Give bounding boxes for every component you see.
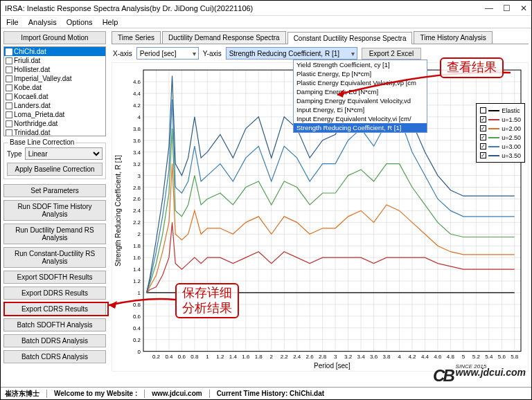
svg-text:Period [sec]: Period [sec] xyxy=(314,362,351,370)
baseline-type-select[interactable]: Linear xyxy=(25,147,103,160)
export-cdrs-results-button[interactable]: Export CDRS Results xyxy=(3,302,106,316)
run-constant-ductility-rs-analysis-button[interactable]: Run Constant-Ductility RS Analysis xyxy=(3,247,106,268)
tab-constant-ductility-response-spectra[interactable]: Constant Ductility Response Spectra xyxy=(287,32,413,44)
legend-item[interactable]: Elastic xyxy=(480,106,521,115)
checkbox-icon[interactable] xyxy=(6,129,12,136)
svg-text:4.6: 4.6 xyxy=(434,354,442,360)
export-ddrs-results-button[interactable]: Export DDRS Results xyxy=(3,287,106,300)
svg-text:5.6: 5.6 xyxy=(498,354,506,360)
svg-text:4.4: 4.4 xyxy=(421,354,429,360)
svg-text:3.8: 3.8 xyxy=(133,126,141,132)
checkbox-icon[interactable] xyxy=(480,107,486,113)
batch-sdofth-analysis-button[interactable]: Batch SDOFTH Analysis xyxy=(3,318,106,331)
x-axis-label: X-axis xyxy=(113,50,132,57)
svg-text:3.2: 3.2 xyxy=(133,161,141,167)
dropdown-option[interactable]: Input Energy Equivalent Velocity,vi [cm/ xyxy=(294,114,427,123)
checkbox-icon[interactable] xyxy=(6,66,12,73)
svg-text:2.4: 2.4 xyxy=(293,354,301,360)
svg-text:4.4: 4.4 xyxy=(133,91,141,97)
svg-text:0.2: 0.2 xyxy=(133,337,141,343)
checkbox-icon[interactable]: ✓ xyxy=(480,125,486,131)
site-logo: CB SINCE 2015www.jdcui.com xyxy=(433,363,526,385)
apply-baseline-button[interactable]: Apply Baseline Correction xyxy=(7,163,103,176)
dropdown-option[interactable]: Input Energy, Ei [N*cm] xyxy=(294,105,427,114)
footer-site-link[interactable]: www.jdcui.com xyxy=(152,390,202,397)
checkbox-icon[interactable] xyxy=(6,75,12,82)
file-item[interactable]: Northridge.dat xyxy=(4,119,105,128)
window-title: IRSA: Inelastic Response Spectra Analysi… xyxy=(5,4,485,12)
svg-text:Strength Reducing Coefficient,: Strength Reducing Coefficient, R [1] xyxy=(114,155,122,266)
svg-text:3.4: 3.4 xyxy=(133,149,141,156)
svg-text:1.2: 1.2 xyxy=(216,354,224,360)
file-item[interactable]: Friuli.dat xyxy=(4,56,105,65)
batch-cdrs-analysis-button[interactable]: Batch CDRS Analysis xyxy=(3,350,106,363)
file-item[interactable]: Kocaeli.dat xyxy=(4,92,105,101)
checkbox-icon[interactable] xyxy=(6,93,12,100)
legend-item[interactable]: ✓u=2.00 xyxy=(480,124,521,133)
svg-text:1.4: 1.4 xyxy=(133,266,141,273)
file-item[interactable]: Hollister.dat xyxy=(4,65,105,74)
file-item[interactable]: Landers.dat xyxy=(4,101,105,110)
checkbox-icon[interactable]: ✓ xyxy=(480,116,486,122)
menu-file[interactable]: File xyxy=(6,18,19,26)
maximize-button[interactable]: ☐ xyxy=(503,3,511,13)
svg-text:2: 2 xyxy=(138,231,141,237)
checkbox-icon[interactable] xyxy=(6,84,12,91)
export-excel-button[interactable]: Export 2 Excel xyxy=(362,48,421,60)
checkbox-icon[interactable] xyxy=(6,57,12,64)
svg-text:0: 0 xyxy=(138,349,141,355)
svg-text:4.8: 4.8 xyxy=(447,354,455,360)
x-axis-select[interactable]: Period [sec] xyxy=(136,47,199,60)
callout-save-results: 保存详细分析结果 xyxy=(175,283,239,318)
y-axis-select[interactable]: Strength Reducing Coefficient, R [1] xyxy=(226,47,357,60)
menu-help[interactable]: Help xyxy=(103,18,118,26)
dropdown-option[interactable]: Strength Reducing Coefficient, R [1] xyxy=(294,123,427,132)
svg-text:0.6: 0.6 xyxy=(133,313,141,320)
batch-ddrs-analysis-button[interactable]: Batch DDRS Analysis xyxy=(3,334,106,347)
svg-text:0.4: 0.4 xyxy=(165,354,173,360)
svg-text:5.8: 5.8 xyxy=(511,354,519,360)
svg-text:2.8: 2.8 xyxy=(133,185,141,191)
legend-item[interactable]: ✓u=1.50 xyxy=(480,115,521,124)
svg-text:0.6: 0.6 xyxy=(178,354,186,360)
checkbox-icon[interactable] xyxy=(6,111,12,118)
minimize-button[interactable]: — xyxy=(485,3,493,13)
file-item[interactable]: Imperial_Valley.dat xyxy=(4,74,105,83)
svg-text:3.4: 3.4 xyxy=(357,354,366,360)
svg-text:1.2: 1.2 xyxy=(133,278,141,284)
set-parameters-button[interactable]: Set Parameters xyxy=(3,184,106,197)
svg-text:5: 5 xyxy=(462,354,466,360)
svg-text:2.6: 2.6 xyxy=(133,196,141,202)
checkbox-icon[interactable]: ✓ xyxy=(480,134,486,140)
import-ground-motion-button[interactable]: Import Ground Motion xyxy=(3,31,106,44)
checkbox-icon[interactable]: ✓ xyxy=(480,152,486,158)
tab-strip: Time SeriesDuctility Demand Response Spe… xyxy=(112,31,529,44)
baseline-type-label: Type xyxy=(7,150,22,158)
svg-text:4: 4 xyxy=(138,114,141,120)
tab-time-series[interactable]: Time Series xyxy=(112,31,161,44)
svg-text:2.2: 2.2 xyxy=(133,219,141,226)
file-item[interactable]: Loma_Prieta.dat xyxy=(4,110,105,119)
menu-analysis[interactable]: Analysis xyxy=(28,18,57,26)
menu-options[interactable]: Options xyxy=(66,18,93,26)
legend-item[interactable]: ✓u=3.50 xyxy=(480,151,521,160)
checkbox-icon[interactable] xyxy=(6,102,12,109)
checkbox-icon[interactable] xyxy=(6,120,12,127)
ground-motion-list[interactable]: ChiChi.datFriuli.datHollister.datImperia… xyxy=(3,46,106,136)
tab-ductility-demand-response-spectra[interactable]: Ductility Demand Response Spectra xyxy=(162,31,286,44)
tab-time-history-analysis[interactable]: Time History Analysis xyxy=(414,31,492,44)
file-item[interactable]: Kobe.dat xyxy=(4,83,105,92)
export-sdofth-results-button[interactable]: Export SDOFTH Results xyxy=(3,271,106,284)
close-button[interactable]: ✕ xyxy=(520,3,527,13)
file-item[interactable]: Trinidad.dat xyxy=(4,128,105,136)
svg-text:3.6: 3.6 xyxy=(370,354,378,360)
run-ductility-demand-rs-analysis-button[interactable]: Run Ductility Demand RS Analysis xyxy=(3,224,106,244)
svg-text:1.4: 1.4 xyxy=(229,354,238,360)
file-item[interactable]: ChiChi.dat xyxy=(4,47,105,56)
checkbox-icon[interactable]: ✓ xyxy=(480,143,486,149)
checkbox-icon[interactable] xyxy=(6,48,12,55)
legend-item[interactable]: ✓u=2.50 xyxy=(480,133,521,142)
run-sdof-time-history-analysis-button[interactable]: Run SDOF Time History Analysis xyxy=(3,200,106,221)
legend-item[interactable]: ✓u=3.00 xyxy=(480,142,521,151)
baseline-correction-group: Base Line Correction Type Linear Apply B… xyxy=(3,143,106,179)
